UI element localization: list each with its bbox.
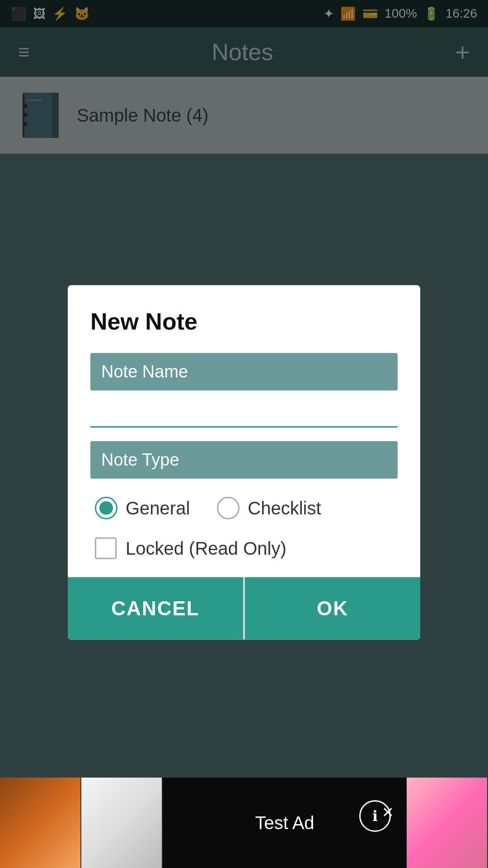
locked-checkbox-row[interactable]: Locked (Read Only) xyxy=(90,533,398,577)
ad-label-container: Test Ad ✕ ℹ xyxy=(163,778,407,868)
new-note-dialog: New Note Note Name Note Type General Che… xyxy=(68,285,420,640)
ad-close-icon[interactable]: ✕ xyxy=(382,804,394,821)
ok-button[interactable]: OK xyxy=(245,577,420,640)
cancel-button[interactable]: CANCEL xyxy=(68,577,245,640)
checklist-radio-label: Checklist xyxy=(248,498,321,518)
checklist-radio-button[interactable] xyxy=(217,497,239,519)
ad-thumbnail-2 xyxy=(81,778,163,868)
note-type-options: General Checklist xyxy=(90,492,398,533)
checklist-radio-option[interactable]: Checklist xyxy=(217,497,321,519)
locked-checkbox-label: Locked (Read Only) xyxy=(126,538,286,558)
note-type-label: Note Type xyxy=(90,441,398,479)
locked-checkbox[interactable] xyxy=(95,538,117,559)
general-radio-button[interactable] xyxy=(95,497,117,519)
note-name-label: Note Name xyxy=(90,353,398,391)
general-radio-option[interactable]: General xyxy=(95,497,190,519)
dialog-button-row: CANCEL OK xyxy=(68,577,420,640)
dialog-title: New Note xyxy=(90,308,398,335)
note-name-input-wrapper xyxy=(90,391,398,428)
note-name-input[interactable] xyxy=(90,395,398,422)
ad-label: Test Ad xyxy=(255,813,314,833)
dialog-body: New Note Note Name Note Type General Che… xyxy=(68,285,420,577)
ad-info-button[interactable]: ✕ ℹ xyxy=(352,800,398,845)
ad-thumbnail-1 xyxy=(0,778,81,868)
ad-banner: Test Ad ✕ ℹ xyxy=(0,778,488,868)
ad-thumbnail-4 xyxy=(407,778,488,868)
general-radio-label: General xyxy=(126,498,190,518)
